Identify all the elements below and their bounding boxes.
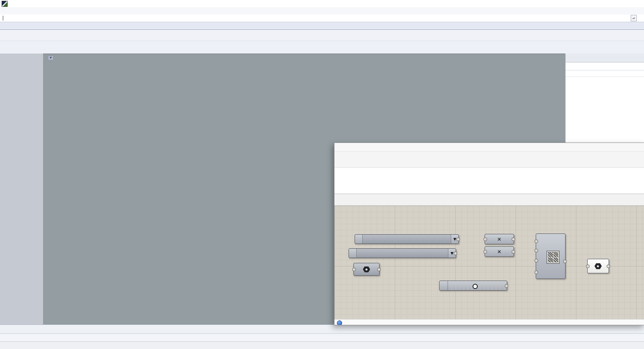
slider-label [440,281,448,290]
title-bar [0,0,644,8]
grasshopper-menu-bar [334,152,644,159]
value-list-bc2[interactable]: ▼ [349,248,456,258]
menu-bar [0,7,644,15]
input-nub[interactable] [483,237,487,241]
osnap-bar [0,333,644,342]
grasshopper-ribbon [334,167,644,194]
minimize-button[interactable] [598,0,613,7]
unit-cell-component-1[interactable]: ✕ [485,234,514,244]
toolbar-tab-strip [0,22,644,30]
slider-track[interactable] [448,281,507,290]
lattice-component[interactable] [536,233,566,279]
rhino-app-icon [2,1,8,7]
output-nub[interactable] [456,237,460,241]
command-line[interactable]: ▴▾ [0,14,644,22]
output-nub[interactable] [563,260,567,263]
slider-knob[interactable] [473,284,478,289]
layers-panel [565,54,644,143]
axis-gnomon [54,293,75,313]
number-slider[interactable] [439,281,507,291]
input-nub[interactable] [535,259,538,262]
output-nub[interactable] [505,284,508,288]
geometry-component[interactable] [353,263,380,276]
left-toolbar [0,54,43,328]
grasshopper-canvas[interactable]: ▼ ▼ ✕ ✕ [334,206,644,319]
status-bar [0,341,644,349]
output-nub[interactable] [377,268,381,271]
output-nub[interactable] [607,264,610,268]
input-nub[interactable] [586,264,590,268]
nut-icon [594,263,602,269]
geometry-icon [363,266,370,273]
command-history-spinner[interactable]: ▴▾ [631,15,637,21]
tween-icon: ✕ [497,236,502,242]
command-caret [3,16,3,21]
output-nub[interactable] [454,252,457,255]
canvas-toolbar [334,194,644,206]
lattice-icon [547,251,559,264]
grasshopper-title-bar[interactable] [334,143,644,152]
restore-button[interactable] [613,0,629,7]
output-nub[interactable] [512,250,515,254]
layers-header [566,70,644,77]
viewport-tab-strip [0,324,644,334]
window-controls [598,0,644,7]
unit-cell-component-2[interactable]: ✕ [485,246,514,257]
autosave-icon [337,320,342,325]
viewport-menu-arrow-icon[interactable]: ▼ [48,56,54,60]
input-nub[interactable] [483,250,487,254]
value-list-label [355,235,363,244]
tween-icon: ✕ [497,249,502,255]
layers-toolbar [566,62,644,70]
viewport-title[interactable]: ▼ [46,56,54,60]
output-nub[interactable] [512,237,515,241]
panel-tab-strip [566,54,644,62]
grasshopper-tab-strip [334,159,644,167]
value-list-label [349,249,357,258]
main-toolbar [0,30,644,41]
input-nub[interactable] [535,249,538,252]
input-nub[interactable] [352,268,356,271]
input-nub[interactable] [535,240,538,243]
rhino-window: ▴▾ ▼ [0,0,644,349]
value-list-selected-value[interactable] [357,249,448,258]
input-nub[interactable] [535,271,538,274]
close-button[interactable] [629,0,644,7]
grasshopper-window: ▼ ▼ ✕ ✕ [334,142,644,325]
value-list-bc1[interactable]: ▼ [355,234,459,244]
grasshopper-status-bar [334,319,644,325]
value-list-selected-value[interactable] [363,235,451,244]
bake-component[interactable] [587,259,609,273]
secondary-toolbar [0,41,644,54]
